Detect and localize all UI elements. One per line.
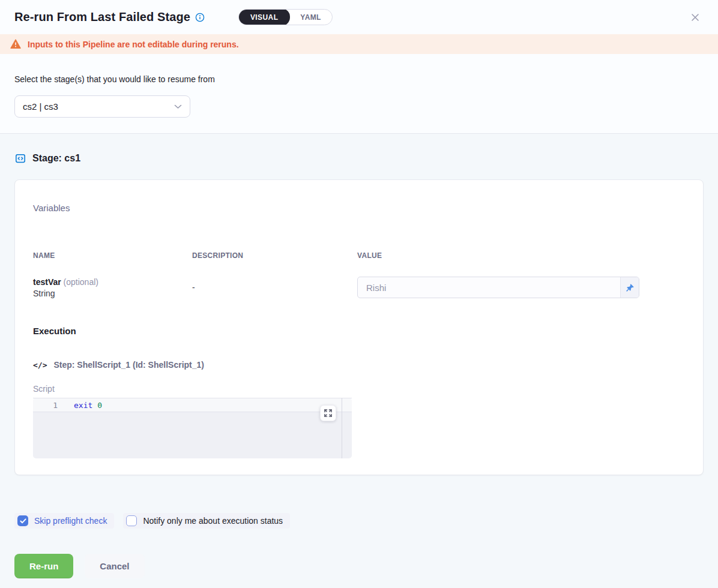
pin-button[interactable] bbox=[620, 277, 639, 298]
variable-optional-flag: (optional) bbox=[64, 277, 98, 287]
stage-select-label: Select the stage(s) that you would like … bbox=[14, 74, 704, 84]
code-text: exit 0 bbox=[74, 401, 102, 410]
stage-icon bbox=[14, 152, 26, 164]
tab-visual[interactable]: VISUAL bbox=[238, 9, 290, 25]
notify-only-me-checkbox[interactable] bbox=[126, 515, 137, 526]
variable-value-cell bbox=[357, 277, 685, 298]
skip-preflight-label: Skip preflight check bbox=[34, 516, 107, 526]
visual-yaml-toggle: VISUAL YAML bbox=[238, 9, 333, 25]
page-title: Re-run From Last Failed Stage bbox=[14, 10, 190, 24]
script-label: Script bbox=[33, 384, 685, 394]
variable-type: String bbox=[33, 289, 192, 298]
code-step-icon: </> bbox=[33, 361, 47, 370]
editor-scrollbar-divider bbox=[342, 398, 342, 458]
column-header-value: VALUE bbox=[357, 251, 685, 260]
variables-section-title: Variables bbox=[33, 203, 685, 213]
close-icon[interactable] bbox=[688, 10, 702, 25]
dialog-actions: Re-run Cancel bbox=[14, 554, 704, 578]
stage-header: Stage: cs1 bbox=[14, 152, 704, 164]
variable-description: - bbox=[192, 283, 357, 292]
warning-text: Inputs to this Pipeline are not editable… bbox=[28, 40, 239, 49]
column-header-name: NAME bbox=[33, 251, 192, 260]
step-header: </> Step: ShellScript_1 (Id: ShellScript… bbox=[33, 360, 685, 370]
code-number: 0 bbox=[97, 401, 102, 410]
code-keyword: exit bbox=[74, 401, 92, 410]
dialog-body: Stage: cs1 Variables NAME DESCRIPTION VA… bbox=[0, 134, 718, 578]
execution-section-title: Execution bbox=[33, 326, 685, 336]
variable-value-field bbox=[357, 277, 639, 298]
code-line: 1 exit 0 bbox=[33, 398, 352, 412]
chevron-down-icon bbox=[174, 104, 182, 109]
warning-icon bbox=[10, 39, 21, 49]
info-icon[interactable] bbox=[195, 13, 205, 22]
skip-preflight-checkbox[interactable] bbox=[17, 515, 28, 526]
script-code-editor[interactable]: 1 exit 0 bbox=[33, 398, 352, 458]
cancel-button[interactable]: Cancel bbox=[85, 554, 144, 578]
stage-inputs-card: Variables NAME DESCRIPTION VALUE testVar… bbox=[14, 179, 704, 475]
run-options: Skip preflight check Notify only me abou… bbox=[14, 513, 704, 529]
line-number: 1 bbox=[33, 401, 58, 410]
variables-table: NAME DESCRIPTION VALUE testVar (optional… bbox=[33, 251, 685, 298]
stage-select-dropdown[interactable]: cs2 | cs3 bbox=[14, 95, 190, 118]
stage-title: Stage: cs1 bbox=[32, 153, 80, 164]
expand-editor-button[interactable] bbox=[320, 405, 336, 421]
variable-name-cell: testVar (optional) String bbox=[33, 277, 192, 298]
step-title: Step: ShellScript_1 (Id: ShellScript_1) bbox=[53, 360, 204, 370]
skip-preflight-option[interactable]: Skip preflight check bbox=[14, 513, 114, 529]
dialog-header: Re-run From Last Failed Stage VISUAL YAM… bbox=[0, 0, 718, 34]
variable-value-input[interactable] bbox=[358, 277, 620, 298]
stage-select-section: Select the stage(s) that you would like … bbox=[0, 54, 718, 134]
tab-yaml[interactable]: YAML bbox=[289, 9, 332, 25]
stage-select-value: cs2 | cs3 bbox=[23, 101, 58, 112]
notify-only-me-label: Notify only me about execution status bbox=[143, 516, 283, 526]
variables-table-header: NAME DESCRIPTION VALUE bbox=[33, 251, 685, 260]
notify-only-me-option[interactable]: Notify only me about execution status bbox=[123, 513, 290, 529]
dialog-top-area: Re-run From Last Failed Stage VISUAL YAM… bbox=[0, 0, 718, 134]
column-header-description: DESCRIPTION bbox=[192, 251, 357, 260]
warning-banner: Inputs to this Pipeline are not editable… bbox=[0, 34, 718, 54]
rerun-button[interactable]: Re-run bbox=[14, 554, 73, 578]
variable-name: testVar bbox=[33, 277, 61, 287]
table-row: testVar (optional) String - bbox=[33, 277, 685, 298]
